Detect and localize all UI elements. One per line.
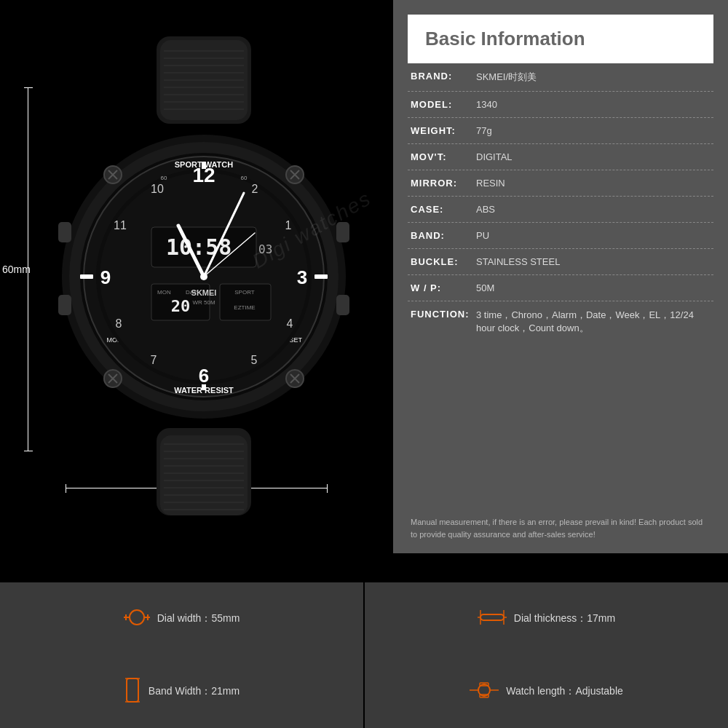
info-row: BUCKLE:STAINLESS STEEL	[408, 249, 713, 275]
info-row: BAND:PU	[408, 223, 713, 249]
spec-box: Dial thickness：17mm	[365, 582, 728, 655]
info-row: CASE:ABS	[408, 197, 713, 223]
dial-thickness-icon	[478, 609, 507, 629]
spec-box: Watch length：Adjustable	[365, 655, 728, 728]
svg-text:11: 11	[114, 219, 127, 232]
svg-text:8: 8	[116, 317, 122, 330]
svg-text:60: 60	[241, 175, 248, 181]
svg-text:7: 7	[151, 354, 157, 366]
spec-value: 17mm	[587, 612, 615, 624]
svg-text:12: 12	[192, 164, 215, 186]
height-label: 60mm	[2, 264, 31, 275]
spec-label: Dial width：	[157, 612, 212, 624]
info-row-value: 77g	[476, 125, 711, 136]
info-row-label: WEIGHT:	[411, 125, 476, 136]
info-row-label: MIRROR:	[411, 178, 476, 189]
svg-text:SKMEI: SKMEI	[191, 288, 217, 297]
info-title-box: Basic Information	[408, 15, 713, 63]
svg-text:1: 1	[285, 219, 292, 232]
info-row: MOV'T:DIGITAL	[408, 144, 713, 170]
spec-label: Watch length：	[506, 685, 575, 697]
info-row: MODEL:1340	[408, 92, 713, 118]
watch-length-icon	[470, 680, 499, 703]
svg-point-70	[200, 273, 207, 280]
info-row-value: 3 time，Chrono，Alarm，Date，Week，EL，12/24 h…	[476, 309, 711, 335]
svg-text:6: 6	[199, 365, 209, 387]
spec-label: Dial thickness：	[514, 612, 587, 624]
svg-text:5: 5	[251, 354, 258, 366]
bottom-section: Dial width：55mmDial thickness：17mm Band …	[0, 582, 728, 728]
svg-text:2: 2	[252, 183, 258, 195]
svg-text:MON: MON	[157, 289, 171, 296]
info-row-label: BRAND:	[411, 71, 476, 82]
svg-rect-90	[480, 614, 504, 620]
info-row-label: MOV'T:	[411, 151, 476, 162]
svg-rect-15	[336, 222, 349, 242]
info-row: BRAND:SKMEI/时刻美	[408, 63, 713, 92]
spec-text: Watch length：Adjustable	[506, 685, 623, 698]
info-row-value: STAINLESS STEEL	[476, 256, 711, 267]
info-row-label: MODEL:	[411, 99, 476, 110]
spec-label: Band Width：	[149, 685, 211, 697]
svg-rect-16	[336, 295, 349, 315]
info-row-value: 50M	[476, 282, 711, 293]
info-row-label: BUCKLE:	[411, 256, 476, 267]
band-width-icon	[124, 677, 141, 706]
svg-text:9: 9	[100, 266, 111, 288]
svg-text:20: 20	[171, 297, 191, 315]
info-title: Basic Information	[425, 28, 696, 50]
svg-point-85	[130, 610, 144, 625]
watch-image: SPORT WATCH LIGHT ST/STP MODE RESET WATE…	[44, 36, 364, 517]
svg-text:60: 60	[161, 175, 167, 181]
spec-value: Adjustable	[575, 685, 622, 697]
info-row-value: DIGITAL	[476, 151, 711, 162]
svg-rect-38	[314, 274, 328, 279]
info-row-value: 1340	[476, 99, 711, 110]
spec-value: 21mm	[211, 685, 240, 697]
spec-box: Band Width：21mm	[0, 655, 363, 728]
info-row-value: RESIN	[476, 178, 711, 189]
spec-text: Dial thickness：17mm	[514, 612, 615, 625]
spec-text: Dial width：55mm	[157, 612, 240, 625]
info-row: W / P:50M	[408, 275, 713, 301]
svg-rect-40	[80, 274, 93, 279]
svg-text:3: 3	[297, 266, 307, 288]
spec-value: 55mm	[211, 612, 240, 624]
info-row-value: ABS	[476, 204, 711, 215]
spec-row-top: Dial width：55mmDial thickness：17mm	[0, 582, 728, 655]
spec-row-bottom: Band Width：21mmWatch length：Adjustable	[0, 655, 728, 728]
svg-rect-14	[58, 295, 71, 315]
svg-rect-72	[160, 435, 248, 515]
svg-text:WR 50M: WR 50M	[192, 299, 215, 306]
info-rows: BRAND:SKMEI/时刻美MODEL:1340WEIGHT:77gMOV'T…	[393, 63, 728, 510]
svg-text:10: 10	[151, 183, 164, 195]
info-row-label: FUNCTION:	[411, 309, 476, 320]
dial-width-icon	[124, 607, 150, 630]
info-note: Manual measurement, if there is an error…	[393, 510, 728, 553]
info-panel: Basic Information BRAND:SKMEI/时刻美MODEL:1…	[393, 0, 728, 553]
svg-rect-13	[58, 222, 71, 242]
svg-text:03: 03	[258, 242, 272, 256]
svg-text:EZTIME: EZTIME	[234, 304, 255, 311]
info-row: MIRROR:RESIN	[408, 170, 713, 197]
svg-text:SPORT: SPORT	[234, 289, 255, 296]
spec-text: Band Width：21mm	[149, 685, 240, 698]
svg-rect-95	[127, 678, 138, 702]
svg-text:4: 4	[287, 317, 293, 330]
main-container: 60mm 55mm	[0, 0, 728, 728]
top-section: 60mm 55mm	[0, 0, 728, 582]
info-row: WEIGHT:77g	[408, 118, 713, 144]
info-row-label: BAND:	[411, 230, 476, 241]
info-row-label: CASE:	[411, 204, 476, 215]
info-row: FUNCTION:3 time，Chrono，Alarm，Date，Week，E…	[408, 301, 713, 342]
info-row-label: W / P:	[411, 282, 476, 293]
info-row-value: SKMEI/时刻美	[476, 71, 711, 84]
watch-area: 60mm 55mm	[0, 0, 393, 553]
spec-box: Dial width：55mm	[0, 582, 363, 655]
info-row-value: PU	[476, 230, 711, 241]
